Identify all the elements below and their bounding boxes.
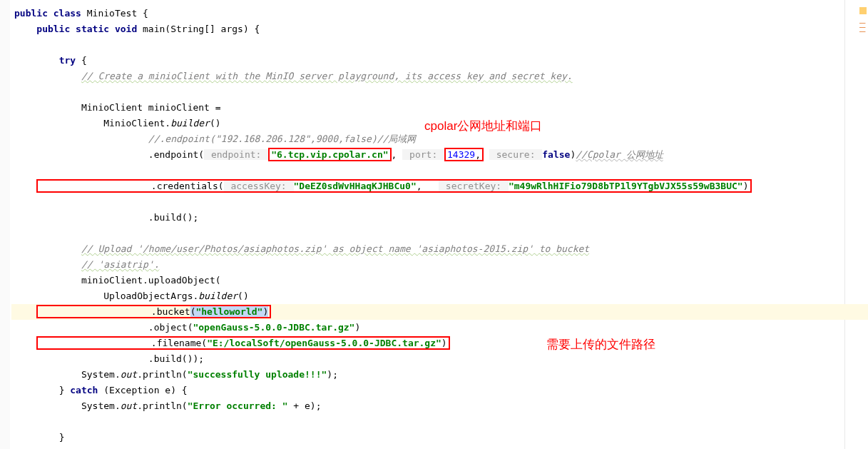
param-hint: port:	[402, 149, 444, 160]
highlight-box: 14329,	[444, 148, 484, 161]
param-hint: accessKey:	[224, 181, 294, 191]
code-line: try {	[11, 53, 868, 69]
code-line: // Create a minioClient with the MinIO s…	[11, 69, 868, 84]
code-line: .build();	[11, 210, 868, 226]
annotation-text: cpolar公网地址和端口	[424, 118, 542, 134]
code-line	[11, 226, 868, 241]
code-line: System.out.println("successfully uploade…	[11, 367, 868, 383]
annotation-text: 需要上传的文件路径	[546, 337, 655, 353]
code-line: UploadObjectArgs.builder()	[11, 288, 868, 304]
code-line: System.out.println("Error occurred: " + …	[11, 398, 868, 414]
code-line: // Upload '/home/user/Photos/asiaphotos.…	[11, 241, 868, 257]
code-line: public class MinioTest {	[11, 6, 868, 21]
highlight-box: "6.tcp.vip.cpolar.cn"	[268, 148, 391, 161]
code-line: } catch (Exception e) {	[11, 383, 868, 398]
code-line: .build());	[11, 351, 868, 367]
code-line	[11, 194, 868, 210]
code-line: public static void main(String[] args) {	[11, 21, 868, 37]
code-line	[11, 414, 868, 430]
code-line: minioClient.uploadObject(	[11, 273, 868, 288]
code-line: .endpoint( endpoint: "6.tcp.vip.cpolar.c…	[11, 147, 868, 163]
code-line	[11, 84, 868, 100]
code-line: .filename("E:/localSoft/openGauss-5.0.0-…	[11, 336, 868, 351]
param-hint: secure:	[489, 149, 542, 160]
code-line: // 'asiatrip'.	[11, 257, 868, 273]
highlight-box: .bucket("helloworld")	[36, 305, 271, 318]
code-line	[11, 37, 868, 53]
highlight-box: .filename("E:/localSoft/openGauss-5.0.0-…	[36, 336, 449, 350]
code-editor[interactable]: public class MinioTest { public static v…	[0, 0, 868, 445]
code-line: .credentials( accessKey: "DeEZ0sdWvHHaqK…	[11, 178, 868, 194]
code-line: }	[11, 430, 868, 445]
code-line	[11, 163, 868, 178]
code-line: .object("openGauss-5.0.0-JDBC.tar.gz")	[11, 320, 868, 336]
param-hint: secretKey:	[439, 181, 509, 191]
param-hint: endpoint:	[204, 149, 268, 160]
code-line: MinioClient minioClient =	[11, 100, 868, 116]
code-line-current: .bucket("helloworld")	[11, 304, 868, 320]
highlight-box: .credentials( accessKey: "DeEZ0sdWvHHaqK…	[36, 179, 751, 193]
